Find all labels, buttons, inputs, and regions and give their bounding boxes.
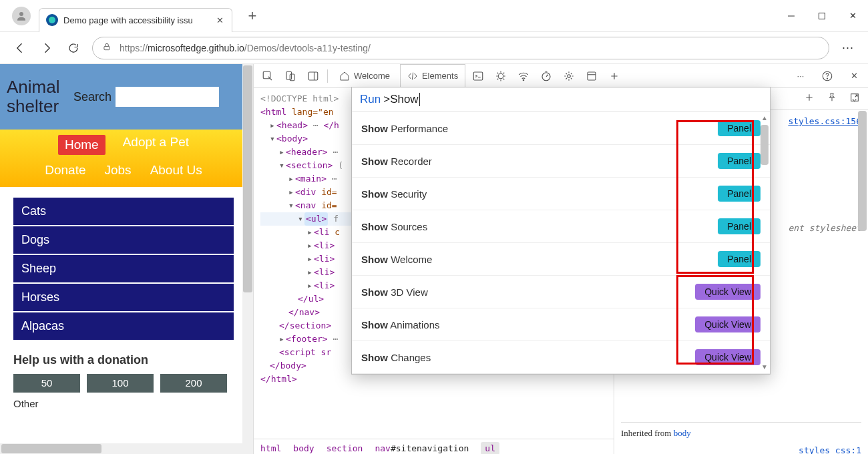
search-input[interactable]: [116, 87, 219, 107]
titlebar: Demo page with accessibility issu ✕ + ✕: [0, 0, 868, 32]
nav-donate[interactable]: Donate: [45, 163, 85, 178]
page-scrollbar-horizontal[interactable]: [0, 443, 247, 454]
scroll-down-icon[interactable]: ▼: [761, 363, 769, 371]
palette-query: Show: [390, 93, 419, 106]
url-text: https://microsoftedge.github.io/Demos/de…: [120, 43, 371, 53]
scroll-up-icon[interactable]: ▲: [761, 114, 769, 122]
palette-prefix: >: [383, 93, 390, 106]
text-caret: [419, 93, 420, 106]
device-icon[interactable]: [280, 66, 300, 86]
svg-rect-2: [819, 13, 825, 19]
page-scrollbar-vertical[interactable]: [242, 64, 253, 454]
menu-item[interactable]: Dogs: [13, 226, 234, 254]
svg-rect-14: [588, 72, 596, 80]
other-label: Other: [13, 398, 247, 409]
quickview-badge: Quick View: [695, 284, 761, 300]
svg-point-10: [498, 73, 503, 79]
panel-badge: Panel: [718, 120, 761, 136]
palette-item[interactable]: Show ChangesQuick View: [352, 341, 770, 374]
tab-close-button[interactable]: ✕: [214, 15, 225, 25]
reload-button[interactable]: [60, 35, 87, 61]
nav-about[interactable]: About Us: [150, 163, 202, 178]
application-icon[interactable]: [582, 66, 602, 86]
inherited-from: Inherited from body: [621, 422, 861, 440]
browser-menu-button[interactable]: ···: [835, 41, 861, 55]
svg-rect-5: [286, 71, 292, 79]
palette-item[interactable]: Show PerformancePanel: [352, 112, 770, 145]
menu-item[interactable]: Alpacas: [13, 312, 234, 340]
browser-toolbar: https://microsoftedge.github.io/Demos/de…: [0, 32, 868, 64]
svg-rect-9: [473, 72, 483, 80]
svg-point-13: [568, 74, 571, 77]
new-tab-button[interactable]: +: [240, 7, 264, 25]
menu-item[interactable]: Horses: [13, 284, 234, 311]
console-icon[interactable]: [468, 66, 488, 86]
edge-favicon-icon: [46, 14, 58, 26]
palette-item[interactable]: Show SourcesPanel: [352, 210, 770, 243]
address-bar[interactable]: https://microsoftedge.github.io/Demos/de…: [92, 37, 829, 59]
pin-icon[interactable]: [827, 92, 837, 105]
dom-breadcrumb[interactable]: html body section #sitenavigation ul: [254, 439, 614, 454]
command-palette: Run > Show Show PerformancePanelShow Rec…: [351, 87, 771, 375]
palette-item[interactable]: Show SecurityPanel: [352, 178, 770, 210]
close-window-button[interactable]: ✕: [837, 0, 868, 32]
palette-item[interactable]: Show AnimationsQuick View: [352, 308, 770, 341]
panel-badge: Panel: [718, 153, 761, 169]
stylesheet-link[interactable]: styles css:1: [799, 444, 861, 454]
home-icon: [339, 71, 350, 81]
stylesheet-link[interactable]: styles.css:156: [788, 115, 861, 128]
quickview-badge: Quick View: [695, 349, 761, 365]
donate-button[interactable]: 200: [160, 374, 227, 393]
performance-icon[interactable]: [536, 66, 556, 86]
devtools-close-button[interactable]: ✕: [844, 66, 864, 86]
tab-title: Demo page with accessibility issu: [63, 15, 210, 25]
panel-badge: Panel: [718, 186, 761, 202]
palette-list: Show PerformancePanelShow RecorderPanelS…: [352, 112, 770, 374]
tab-elements[interactable]: Elements: [400, 64, 465, 87]
help-icon[interactable]: [817, 66, 837, 86]
inspect-icon[interactable]: [258, 66, 278, 86]
palette-item[interactable]: Show 3D ViewQuick View: [352, 276, 770, 308]
svg-point-0: [19, 12, 23, 16]
svg-point-17: [827, 78, 827, 79]
browser-tab[interactable]: Demo page with accessibility issu ✕: [39, 8, 232, 32]
person-icon: [15, 10, 27, 22]
add-tab-button[interactable]: [604, 66, 624, 86]
nav-home[interactable]: Home: [58, 135, 105, 155]
palette-run-label: Run: [360, 93, 381, 106]
network-icon[interactable]: [513, 66, 533, 86]
code-icon: [407, 71, 418, 81]
back-button[interactable]: [7, 35, 33, 61]
devtools-tabbar: Welcome Elements ··· ✕: [254, 64, 868, 88]
hero: Animalshelter Search: [0, 64, 247, 130]
devtools-menu-button[interactable]: ···: [791, 66, 811, 86]
chevron-down-icon[interactable]: ⌄: [852, 92, 857, 103]
window-controls: ✕: [776, 0, 868, 32]
primary-nav: Home Adopt a Pet Donate Jobs About Us: [0, 130, 247, 187]
profile-avatar[interactable]: [12, 7, 31, 25]
add-rule-icon[interactable]: [804, 92, 815, 105]
tab-welcome[interactable]: Welcome: [332, 64, 397, 87]
palette-item[interactable]: Show RecorderPanel: [352, 145, 770, 178]
donate-row: 50 100 200: [13, 374, 247, 393]
lock-icon: [102, 42, 112, 53]
menu-item[interactable]: Cats: [13, 198, 234, 225]
nav-jobs[interactable]: Jobs: [104, 163, 131, 178]
palette-scrollbar[interactable]: [761, 125, 769, 165]
search-label: Search: [73, 90, 112, 104]
minimize-button[interactable]: [776, 0, 807, 32]
panel-badge: Panel: [718, 251, 761, 267]
memory-icon[interactable]: [559, 66, 579, 86]
palette-item[interactable]: Show WelcomePanel: [352, 243, 770, 276]
palette-input-row[interactable]: Run > Show: [352, 87, 770, 112]
panel-layout-icon[interactable]: [303, 66, 323, 86]
styles-scrollbar[interactable]: [858, 111, 867, 231]
debug-icon[interactable]: [491, 66, 511, 86]
donate-button[interactable]: 100: [87, 374, 154, 393]
nav-adopt[interactable]: Adopt a Pet: [123, 135, 189, 155]
svg-rect-7: [308, 72, 318, 80]
donate-button[interactable]: 50: [13, 374, 80, 393]
forward-button[interactable]: [33, 35, 60, 61]
menu-item[interactable]: Sheep: [13, 255, 234, 282]
maximize-button[interactable]: [807, 0, 837, 32]
